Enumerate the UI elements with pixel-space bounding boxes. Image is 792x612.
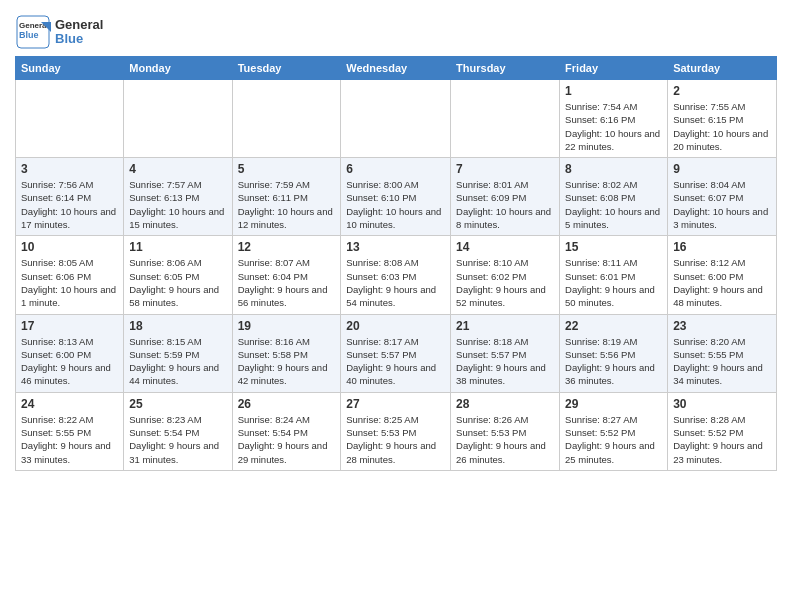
- day-number: 4: [129, 162, 226, 176]
- calendar-day-cell: [232, 80, 341, 158]
- day-info: Sunrise: 8:22 AM Sunset: 5:55 PM Dayligh…: [21, 413, 118, 466]
- calendar-day-cell: 8Sunrise: 8:02 AM Sunset: 6:08 PM Daylig…: [560, 158, 668, 236]
- calendar-week-row: 17Sunrise: 8:13 AM Sunset: 6:00 PM Dayli…: [16, 314, 777, 392]
- day-info: Sunrise: 8:27 AM Sunset: 5:52 PM Dayligh…: [565, 413, 662, 466]
- calendar-day-cell: 30Sunrise: 8:28 AM Sunset: 5:52 PM Dayli…: [668, 392, 777, 470]
- day-number: 28: [456, 397, 554, 411]
- day-info: Sunrise: 8:11 AM Sunset: 6:01 PM Dayligh…: [565, 256, 662, 309]
- calendar-day-cell: 18Sunrise: 8:15 AM Sunset: 5:59 PM Dayli…: [124, 314, 232, 392]
- weekday-header: Saturday: [668, 57, 777, 80]
- day-number: 13: [346, 240, 445, 254]
- calendar-day-cell: 14Sunrise: 8:10 AM Sunset: 6:02 PM Dayli…: [451, 236, 560, 314]
- day-info: Sunrise: 8:25 AM Sunset: 5:53 PM Dayligh…: [346, 413, 445, 466]
- calendar-day-cell: 3Sunrise: 7:56 AM Sunset: 6:14 PM Daylig…: [16, 158, 124, 236]
- day-number: 11: [129, 240, 226, 254]
- day-info: Sunrise: 8:00 AM Sunset: 6:10 PM Dayligh…: [346, 178, 445, 231]
- svg-text:Blue: Blue: [19, 30, 39, 40]
- day-number: 1: [565, 84, 662, 98]
- day-info: Sunrise: 8:23 AM Sunset: 5:54 PM Dayligh…: [129, 413, 226, 466]
- day-number: 5: [238, 162, 336, 176]
- day-info: Sunrise: 8:07 AM Sunset: 6:04 PM Dayligh…: [238, 256, 336, 309]
- day-number: 2: [673, 84, 771, 98]
- day-number: 8: [565, 162, 662, 176]
- day-number: 23: [673, 319, 771, 333]
- day-info: Sunrise: 8:10 AM Sunset: 6:02 PM Dayligh…: [456, 256, 554, 309]
- calendar-day-cell: 12Sunrise: 8:07 AM Sunset: 6:04 PM Dayli…: [232, 236, 341, 314]
- day-info: Sunrise: 8:01 AM Sunset: 6:09 PM Dayligh…: [456, 178, 554, 231]
- day-info: Sunrise: 8:24 AM Sunset: 5:54 PM Dayligh…: [238, 413, 336, 466]
- logo-blue: Blue: [55, 32, 103, 46]
- day-info: Sunrise: 7:55 AM Sunset: 6:15 PM Dayligh…: [673, 100, 771, 153]
- calendar-day-cell: 23Sunrise: 8:20 AM Sunset: 5:55 PM Dayli…: [668, 314, 777, 392]
- day-number: 12: [238, 240, 336, 254]
- day-info: Sunrise: 8:18 AM Sunset: 5:57 PM Dayligh…: [456, 335, 554, 388]
- calendar-day-cell: 5Sunrise: 7:59 AM Sunset: 6:11 PM Daylig…: [232, 158, 341, 236]
- day-info: Sunrise: 8:28 AM Sunset: 5:52 PM Dayligh…: [673, 413, 771, 466]
- calendar-day-cell: [341, 80, 451, 158]
- day-info: Sunrise: 8:13 AM Sunset: 6:00 PM Dayligh…: [21, 335, 118, 388]
- day-number: 15: [565, 240, 662, 254]
- logo-icon: General Blue: [15, 14, 51, 50]
- day-info: Sunrise: 8:17 AM Sunset: 5:57 PM Dayligh…: [346, 335, 445, 388]
- calendar-day-cell: 2Sunrise: 7:55 AM Sunset: 6:15 PM Daylig…: [668, 80, 777, 158]
- calendar-day-cell: [124, 80, 232, 158]
- day-number: 10: [21, 240, 118, 254]
- calendar-day-cell: 15Sunrise: 8:11 AM Sunset: 6:01 PM Dayli…: [560, 236, 668, 314]
- calendar-week-row: 24Sunrise: 8:22 AM Sunset: 5:55 PM Dayli…: [16, 392, 777, 470]
- day-info: Sunrise: 7:59 AM Sunset: 6:11 PM Dayligh…: [238, 178, 336, 231]
- day-info: Sunrise: 8:20 AM Sunset: 5:55 PM Dayligh…: [673, 335, 771, 388]
- calendar-table: SundayMondayTuesdayWednesdayThursdayFrid…: [15, 56, 777, 471]
- calendar-day-cell: 17Sunrise: 8:13 AM Sunset: 6:00 PM Dayli…: [16, 314, 124, 392]
- day-info: Sunrise: 7:56 AM Sunset: 6:14 PM Dayligh…: [21, 178, 118, 231]
- day-number: 18: [129, 319, 226, 333]
- calendar-day-cell: 9Sunrise: 8:04 AM Sunset: 6:07 PM Daylig…: [668, 158, 777, 236]
- weekday-header: Tuesday: [232, 57, 341, 80]
- calendar-day-cell: 27Sunrise: 8:25 AM Sunset: 5:53 PM Dayli…: [341, 392, 451, 470]
- day-info: Sunrise: 7:57 AM Sunset: 6:13 PM Dayligh…: [129, 178, 226, 231]
- logo: General Blue General Blue: [15, 14, 103, 50]
- calendar-day-cell: 7Sunrise: 8:01 AM Sunset: 6:09 PM Daylig…: [451, 158, 560, 236]
- calendar-header-row: SundayMondayTuesdayWednesdayThursdayFrid…: [16, 57, 777, 80]
- day-info: Sunrise: 8:16 AM Sunset: 5:58 PM Dayligh…: [238, 335, 336, 388]
- day-number: 30: [673, 397, 771, 411]
- day-info: Sunrise: 8:06 AM Sunset: 6:05 PM Dayligh…: [129, 256, 226, 309]
- calendar-day-cell: 19Sunrise: 8:16 AM Sunset: 5:58 PM Dayli…: [232, 314, 341, 392]
- calendar-day-cell: 20Sunrise: 8:17 AM Sunset: 5:57 PM Dayli…: [341, 314, 451, 392]
- calendar-week-row: 3Sunrise: 7:56 AM Sunset: 6:14 PM Daylig…: [16, 158, 777, 236]
- day-number: 25: [129, 397, 226, 411]
- day-number: 17: [21, 319, 118, 333]
- page: General Blue General Blue SundayMondayTu…: [0, 0, 792, 612]
- calendar-week-row: 10Sunrise: 8:05 AM Sunset: 6:06 PM Dayli…: [16, 236, 777, 314]
- calendar-day-cell: 10Sunrise: 8:05 AM Sunset: 6:06 PM Dayli…: [16, 236, 124, 314]
- day-info: Sunrise: 7:54 AM Sunset: 6:16 PM Dayligh…: [565, 100, 662, 153]
- calendar-day-cell: 16Sunrise: 8:12 AM Sunset: 6:00 PM Dayli…: [668, 236, 777, 314]
- day-number: 20: [346, 319, 445, 333]
- header: General Blue General Blue: [15, 10, 777, 50]
- calendar-day-cell: 6Sunrise: 8:00 AM Sunset: 6:10 PM Daylig…: [341, 158, 451, 236]
- day-info: Sunrise: 8:08 AM Sunset: 6:03 PM Dayligh…: [346, 256, 445, 309]
- weekday-header: Wednesday: [341, 57, 451, 80]
- day-info: Sunrise: 8:02 AM Sunset: 6:08 PM Dayligh…: [565, 178, 662, 231]
- day-number: 26: [238, 397, 336, 411]
- weekday-header: Sunday: [16, 57, 124, 80]
- weekday-header: Friday: [560, 57, 668, 80]
- calendar-day-cell: 11Sunrise: 8:06 AM Sunset: 6:05 PM Dayli…: [124, 236, 232, 314]
- day-number: 3: [21, 162, 118, 176]
- calendar-day-cell: [451, 80, 560, 158]
- day-info: Sunrise: 8:19 AM Sunset: 5:56 PM Dayligh…: [565, 335, 662, 388]
- day-number: 21: [456, 319, 554, 333]
- day-number: 22: [565, 319, 662, 333]
- day-number: 9: [673, 162, 771, 176]
- calendar-day-cell: 25Sunrise: 8:23 AM Sunset: 5:54 PM Dayli…: [124, 392, 232, 470]
- calendar-day-cell: 4Sunrise: 7:57 AM Sunset: 6:13 PM Daylig…: [124, 158, 232, 236]
- day-info: Sunrise: 8:15 AM Sunset: 5:59 PM Dayligh…: [129, 335, 226, 388]
- day-number: 29: [565, 397, 662, 411]
- day-number: 24: [21, 397, 118, 411]
- calendar-day-cell: 29Sunrise: 8:27 AM Sunset: 5:52 PM Dayli…: [560, 392, 668, 470]
- calendar-day-cell: 22Sunrise: 8:19 AM Sunset: 5:56 PM Dayli…: [560, 314, 668, 392]
- day-info: Sunrise: 8:26 AM Sunset: 5:53 PM Dayligh…: [456, 413, 554, 466]
- calendar-day-cell: 1Sunrise: 7:54 AM Sunset: 6:16 PM Daylig…: [560, 80, 668, 158]
- calendar-day-cell: [16, 80, 124, 158]
- weekday-header: Monday: [124, 57, 232, 80]
- day-number: 7: [456, 162, 554, 176]
